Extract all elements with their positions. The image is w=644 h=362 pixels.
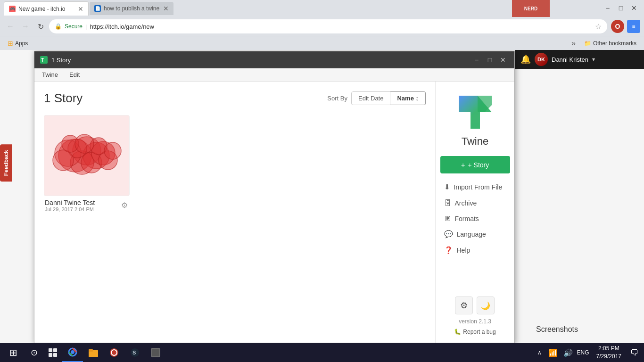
tray-chevron[interactable]: ∧ bbox=[534, 343, 545, 362]
refresh-btn[interactable]: ↻ bbox=[34, 20, 47, 33]
notification-center-btn[interactable]: 🗨 bbox=[627, 343, 642, 362]
address-box[interactable]: 🔒 Secure | https://itch.io/game/new ☆ bbox=[49, 19, 607, 33]
tray-lang-icon[interactable]: ENG bbox=[576, 343, 591, 362]
opera-icon[interactable]: O bbox=[611, 20, 624, 33]
feedback-label: Feedback bbox=[3, 150, 9, 176]
svg-point-11 bbox=[53, 150, 74, 171]
sidebar-bottom: ⚙ 🌙 version 2.1.3 🐛 Report a bug bbox=[454, 296, 495, 335]
bookmarks-more-btn[interactable]: » bbox=[569, 38, 578, 49]
profile-dropdown-icon[interactable]: ▾ bbox=[592, 56, 595, 63]
search-btn[interactable]: ⊙ bbox=[25, 343, 43, 362]
sort-name-btn[interactable]: Name ↕ bbox=[390, 91, 426, 105]
svg-rect-18 bbox=[49, 348, 52, 352]
twine-close-btn[interactable]: ✕ bbox=[497, 54, 509, 66]
archive-icon: 🗄 bbox=[444, 199, 451, 207]
twine-logo-area: Twine bbox=[454, 91, 496, 148]
menu-twine[interactable]: Twine bbox=[36, 69, 64, 80]
itch-top-bar: 🔔 DK Danni Kristen ▾ bbox=[515, 50, 644, 69]
task-view-btn[interactable] bbox=[43, 343, 62, 362]
bookmarks-bar: ⊞ Apps » 📁 Other bookmarks bbox=[0, 36, 644, 50]
twine-sidebar: Twine + + Story ⬇ Import From File 🗄 Arc… bbox=[435, 82, 514, 343]
story-list-header: 1 Story Sort By Edit Date Name ↕ bbox=[44, 91, 426, 106]
import-from-file-link[interactable]: ⬇ Import From File bbox=[440, 180, 510, 194]
start-btn[interactable]: ⊞ bbox=[2, 343, 25, 362]
twine-body: 1 Story Sort By Edit Date Name ↕ bbox=[34, 82, 514, 343]
sort-edit-date-btn[interactable]: Edit Date bbox=[351, 91, 390, 105]
archive-label: Archive bbox=[455, 199, 477, 207]
help-icon: ❓ bbox=[444, 246, 453, 255]
svg-point-14 bbox=[75, 134, 94, 153]
story-card-info: Danni Twine Test Jul 29, 2017 2:04 PM ⚙ bbox=[44, 196, 130, 215]
other-bookmarks-label: Other bookmarks bbox=[593, 40, 636, 47]
taskbar-right: ∧ 📶 🔊 ENG 2:05 PM 7/29/2017 🗨 bbox=[534, 343, 642, 362]
story-name: Danni Twine Test bbox=[45, 199, 95, 206]
secure-label: Secure bbox=[65, 23, 83, 30]
bookmarks-apps-item[interactable]: ⊞ Apps bbox=[4, 39, 32, 48]
window-minimize-btn[interactable]: − bbox=[602, 2, 614, 14]
bell-icon[interactable]: 🔔 bbox=[520, 54, 531, 65]
story-list-area: 1 Story Sort By Edit Date Name ↕ bbox=[34, 82, 435, 343]
tab-inactive[interactable]: 📄 how to publish a twine ✕ bbox=[90, 2, 173, 15]
twine-app-name: Twine bbox=[462, 135, 488, 148]
tab-close-inactive[interactable]: ✕ bbox=[163, 5, 169, 12]
twine-app-icon: T bbox=[40, 56, 48, 64]
twine-minimize-btn[interactable]: − bbox=[471, 54, 482, 66]
story-count-title: 1 Story bbox=[44, 91, 327, 106]
report-bug-link[interactable]: 🐛 Report a bug bbox=[454, 329, 495, 335]
back-btn[interactable]: ← bbox=[4, 20, 17, 33]
add-story-label: + Story bbox=[468, 161, 489, 169]
add-story-btn[interactable]: + + Story bbox=[440, 156, 510, 173]
profile-name: Danni Kristen bbox=[552, 56, 588, 63]
import-label: Import From File bbox=[454, 183, 503, 191]
window-maximize-btn[interactable]: □ bbox=[615, 2, 627, 14]
story-thumbnail bbox=[44, 115, 130, 196]
taskbar: ⊞ ⊙ bbox=[0, 343, 644, 362]
avatar[interactable]: DK bbox=[535, 53, 548, 66]
night-icon: 🌙 bbox=[481, 301, 490, 310]
formats-icon: 🖹 bbox=[444, 214, 451, 222]
star-btn[interactable]: ☆ bbox=[595, 22, 602, 31]
tab-favicon-itch: 🎮 bbox=[9, 6, 16, 12]
address-url: https://itch.io/game/new bbox=[90, 23, 154, 30]
window-close-btn[interactable]: ✕ bbox=[628, 2, 640, 14]
taskbar-clock[interactable]: 2:05 PM 7/29/2017 bbox=[591, 345, 627, 361]
story-thumbnail-svg bbox=[47, 118, 127, 193]
taskbar-app5-item[interactable] bbox=[145, 343, 166, 362]
twine-window-controls: − □ ✕ bbox=[471, 54, 509, 66]
menu-edit[interactable]: Edit bbox=[64, 69, 85, 80]
tab-close-active[interactable]: ✕ bbox=[78, 5, 83, 13]
plus-icon: + bbox=[461, 161, 465, 169]
help-label: Help bbox=[457, 247, 471, 254]
svg-rect-27 bbox=[89, 352, 98, 357]
story-cards-grid: Danni Twine Test Jul 29, 2017 2:04 PM ⚙ bbox=[44, 115, 426, 215]
language-label: Language bbox=[457, 230, 486, 238]
twine-maximize-btn[interactable]: □ bbox=[484, 54, 495, 66]
help-link[interactable]: ❓ Help bbox=[440, 243, 510, 257]
archive-link[interactable]: 🗄 Archive bbox=[440, 196, 510, 210]
taskbar-opera-item[interactable] bbox=[104, 343, 124, 362]
tab-active[interactable]: 🎮 New game - itch.io ✕ bbox=[4, 1, 89, 16]
taskbar-explorer-item[interactable] bbox=[83, 343, 104, 362]
folder-icon: 📁 bbox=[584, 40, 591, 47]
tray-network-icon[interactable]: 📶 bbox=[545, 343, 561, 362]
taskbar-steam-item[interactable]: S bbox=[124, 343, 145, 362]
twine-titlebar: T 1 Story − □ ✕ bbox=[34, 51, 514, 68]
story-card[interactable]: Danni Twine Test Jul 29, 2017 2:04 PM ⚙ bbox=[44, 115, 130, 215]
feedback-tab[interactable]: Feedback bbox=[0, 144, 12, 181]
twine-window: T 1 Story − □ ✕ Twine Edit 1 Story Sort … bbox=[34, 51, 515, 343]
night-mode-btn[interactable]: 🌙 bbox=[477, 296, 495, 314]
tray-volume-icon[interactable]: 🔊 bbox=[561, 343, 576, 362]
language-link[interactable]: 💬 Language bbox=[440, 227, 510, 241]
twine-window-title: 1 Story bbox=[51, 57, 471, 64]
twine-menubar: Twine Edit bbox=[34, 68, 514, 82]
other-bookmarks-item[interactable]: 📁 Other bookmarks bbox=[580, 39, 640, 48]
clock-time: 2:05 PM bbox=[596, 345, 621, 353]
taskbar-chrome-item[interactable] bbox=[62, 343, 83, 362]
version-text: version 2.1.3 bbox=[459, 318, 491, 325]
settings-icon-btn[interactable]: ⚙ bbox=[455, 296, 473, 314]
forward-btn[interactable]: → bbox=[19, 20, 32, 33]
chrome-sync-icon[interactable]: ≡ bbox=[627, 20, 640, 33]
formats-link[interactable]: 🖹 Formats bbox=[440, 212, 510, 225]
formats-label: Formats bbox=[455, 215, 479, 222]
story-settings-btn[interactable]: ⚙ bbox=[120, 200, 129, 211]
